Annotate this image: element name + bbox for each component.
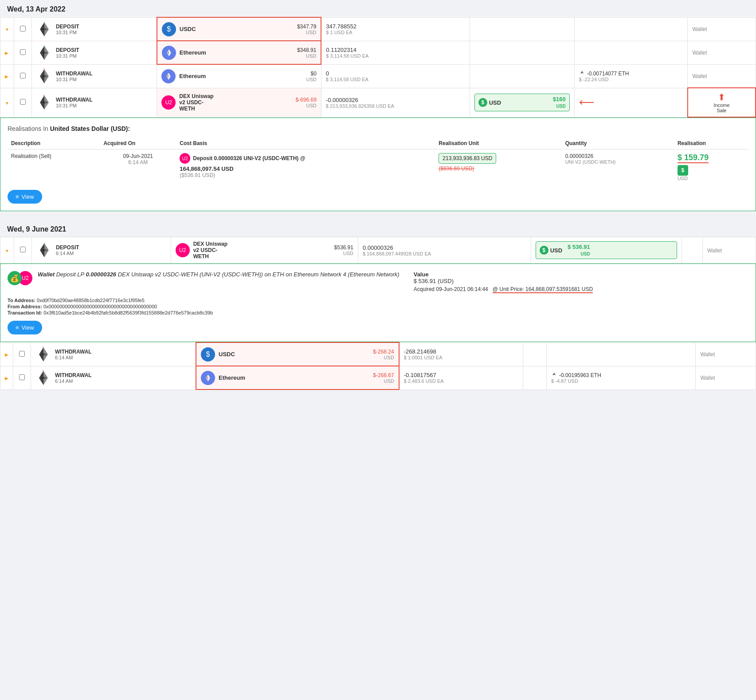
row-checkbox-cell (13, 366, 31, 389)
expand-toggle[interactable]: ▶ (0, 41, 14, 64)
tx-time: 6:14 AM (55, 355, 92, 360)
realisation-table: Description Acquired On Cost Basis Reali… (8, 138, 748, 185)
per-unit: $ 3,114.58 USD EA (326, 77, 465, 82)
quantity-cell: -0.10817567 $ 2,483.6 USD EA (399, 366, 523, 389)
tx-type-label: WITHDRAWAL (55, 349, 92, 355)
tx-id-line: Transaction Id: 0x3f610ad5e1bce24b4b92fa… (8, 310, 748, 315)
usd-badge-cell: $ USD $ 536.91USD (531, 237, 682, 263)
tx-type-cell: ↓ DEPOSIT 10:31 PM (31, 17, 157, 41)
wallet-label: Wallet (707, 248, 722, 254)
row-checkbox[interactable] (19, 374, 25, 380)
cost-basis-sub: ($536.91 USD) (180, 172, 431, 178)
eth-small-icon (551, 372, 557, 378)
col-quantity: Quantity (562, 138, 674, 149)
ethereum-icon (204, 374, 212, 382)
description-cell: Realisation (Sell) (8, 149, 100, 185)
asset-amount: $348.91 (297, 47, 316, 53)
table-row: ▼ ↓ (0, 237, 756, 263)
row-checkbox[interactable] (19, 351, 25, 357)
usdc-icon: $ (162, 22, 176, 36)
col-cost-basis: Cost Basis (176, 138, 435, 149)
realisation-value: $ 159.79 (678, 153, 745, 163)
eth-icon (161, 69, 176, 83)
wallet-label-cell: Wallet (688, 17, 756, 41)
expand-toggle[interactable]: ▼ (0, 88, 14, 117)
expand-toggle[interactable]: ▶ (0, 64, 14, 88)
view-button-2[interactable]: ≡ View (8, 321, 42, 334)
asset-cell-highlighted: $ USDC $347.79 USD (157, 17, 321, 41)
right-info-cell: -0.00714077 ETH $ -22.24 USD (574, 64, 688, 88)
up-arrow-icon: ↑ (43, 93, 45, 99)
usdc-icon: $ (201, 347, 215, 362)
row-checkbox[interactable] (20, 99, 26, 105)
per-unit: $ 213,933,936.826358 USD EA (326, 103, 465, 109)
view-icon: ≡ (16, 324, 19, 331)
usd-badge-cell (523, 342, 547, 366)
row-checkbox[interactable] (20, 26, 26, 31)
col-description: Description (8, 138, 100, 149)
asset-amount: $-268.67 (373, 372, 394, 378)
fee-usd: $ -4.87 USD (551, 378, 691, 384)
detail-box: 💰 U2 Wallet Deposit LP 0.00000326 DEX Un… (0, 263, 756, 342)
cost-basis-label: Deposit 0.00000326 UNI-V2 (USDC-WETH) @ (193, 155, 305, 161)
quantity-cell: 0 $ 3,114.58 USD EA (321, 64, 470, 88)
row-checkbox[interactable] (20, 49, 26, 55)
wallet-label-cell: Wallet (696, 366, 756, 389)
usd-badge-label: USD (550, 247, 562, 254)
eth-small-icon (579, 71, 585, 77)
acquired-time: 6:14 AM (103, 159, 172, 165)
row-checkbox[interactable] (20, 247, 26, 252)
red-arrow-cell: ⟵ (574, 88, 688, 117)
col-realisation-unit: Realisation Unit (435, 138, 561, 149)
per-unit: $ 3,114.58 USD EA (326, 53, 465, 59)
ethereum-icon (165, 72, 172, 80)
usd-badge-cell (470, 17, 574, 41)
tx-time: 10:31 PM (56, 30, 79, 35)
acquired-cell: 09-Jun-2021 6:14 AM (100, 149, 176, 185)
realisation-header: Description Acquired On Cost Basis Reali… (8, 138, 748, 149)
tx-type-label: WITHDRAWAL (56, 97, 93, 103)
wallet-label-cell: Wallet (688, 64, 756, 88)
eth-icon (201, 371, 215, 385)
expand-toggle[interactable]: ▼ (0, 17, 14, 41)
tx-type-cell: ↑ WITHDRAWAL 10:31 PM (31, 88, 157, 117)
value-amount: $ 536.91 (USD) (414, 278, 593, 284)
dex-icon: U2 (161, 95, 176, 110)
asset-name: Ethereum (180, 49, 206, 56)
down-arrow-icon: ↓ (43, 240, 45, 247)
detail-value: Value $ 536.91 (USD) Acquired 09-Jun-202… (414, 271, 593, 292)
row-checkbox-cell (13, 342, 31, 366)
wallet-green-icon: 💰 (8, 271, 22, 285)
right-info-cell (574, 41, 688, 64)
row-checkbox[interactable] (20, 73, 26, 79)
section-date-1: Wed, 13 Apr 2022 (0, 0, 756, 17)
transaction-table-1: ▼ ↓ (0, 17, 756, 118)
income-sale-cell[interactable]: ⬆ Income Sale (688, 88, 756, 117)
view-button-1[interactable]: ≡ View (8, 190, 42, 204)
wallet-label: Wallet (692, 26, 707, 32)
expand-toggle[interactable]: ▼ (0, 237, 14, 263)
tx-type-label: DEPOSIT (56, 24, 79, 30)
wallet-label-cell: Wallet (696, 342, 756, 366)
quantity-cell: 0.11202314 $ 3,114.58 USD EA (321, 41, 470, 64)
to-address-line: To Address: 0xd0f70bd290ae48858b1cdb224f… (8, 298, 748, 303)
row-checkbox-cell (14, 17, 31, 41)
asset-name: USDC (180, 26, 196, 32)
down-arrow-icon: ↓ (43, 20, 45, 26)
tx-type-cell: ↑ WITHDRAWAL 10:31 PM (31, 64, 157, 88)
asset-currency: USD (297, 30, 316, 35)
table-row: ▶ ↑ (0, 342, 756, 366)
realisation-unit-value: 213,933,936.83 USD (439, 153, 496, 164)
wallet-label: Wallet (700, 375, 715, 381)
usd-badge-amount: $160USD (553, 96, 566, 109)
wallet-label: Wallet (692, 73, 707, 79)
asset-currency: USD (297, 53, 316, 59)
dollar-badge-icon: $ (540, 246, 548, 255)
right-info-cell (547, 342, 696, 366)
up-arrow-icon: ↑ (42, 368, 44, 374)
quantity-value: -0.00000326 (326, 97, 465, 103)
cost-basis-cell: U2 Deposit 0.00000326 UNI-V2 (USDC-WETH)… (176, 149, 435, 185)
expand-toggle[interactable]: ▶ (0, 342, 13, 366)
table-row: ▶ ↑ (0, 366, 756, 389)
expand-toggle[interactable]: ▶ (0, 366, 13, 389)
